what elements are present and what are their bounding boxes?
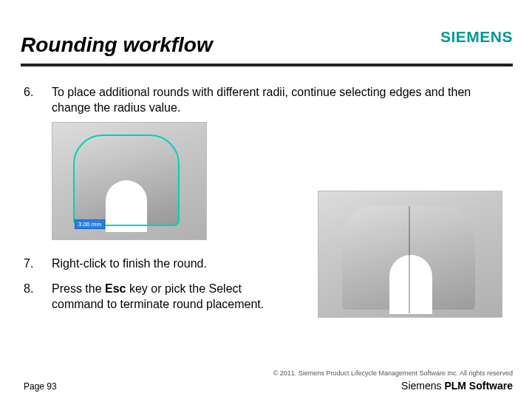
footer-row: Page 93 Siemens PLM Software: [24, 380, 513, 392]
step-number: 6.: [24, 85, 52, 100]
step-number: 7.: [24, 256, 52, 272]
cad-figure-result: [318, 191, 502, 318]
page-number: Page 93: [24, 381, 57, 392]
copyright-text: © 2011. Siemens Product Lifecycle Manage…: [24, 369, 513, 377]
brand-footer: Siemens PLM Software: [401, 380, 513, 392]
part-slot: [106, 180, 147, 232]
part-seam: [409, 206, 410, 313]
slide-header: Rounding workflow SIEMENS: [0, 0, 532, 68]
dimension-label: 3.00 mm: [75, 219, 105, 229]
step-text: To place additional rounds with differen…: [52, 85, 513, 116]
step-text: Right-click to finish the round.: [52, 256, 275, 272]
step-8: 8. Press the Esc key or pick the Select …: [24, 282, 275, 313]
slide-footer: © 2011. Siemens Product Lifecycle Manage…: [24, 369, 513, 392]
cad-figure-highlighted: 3.00 mm: [52, 122, 207, 240]
brand-bold: PLM Software: [444, 380, 513, 392]
step-text: Press the Esc key or pick the Select com…: [52, 282, 275, 313]
siemens-logo: SIEMENS: [440, 28, 513, 46]
step8-bold: Esc: [105, 282, 126, 295]
step-6: 6. To place additional rounds with diffe…: [24, 85, 513, 116]
step-7: 7. Right-click to finish the round.: [24, 256, 275, 272]
part-slot: [389, 255, 432, 314]
step8-pre: Press the: [52, 282, 105, 295]
brand-prefix: Siemens: [401, 380, 444, 392]
step-number: 8.: [24, 282, 52, 297]
header-divider: [21, 64, 513, 66]
slide-title: Rounding workflow: [21, 33, 213, 57]
